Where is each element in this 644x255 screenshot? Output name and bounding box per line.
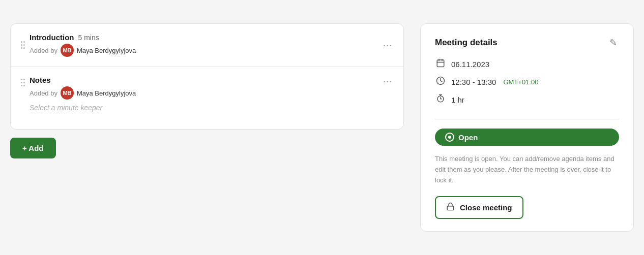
open-badge-icon: [445, 133, 454, 142]
notes-author: Maya Berdygylyjova: [77, 89, 136, 97]
svg-rect-0: [437, 60, 444, 67]
intro-added-by: Added by: [30, 47, 57, 54]
time-range: 12:30 - 13:30: [451, 78, 496, 86]
notes-meta: Added by MB Maya Berdygylyjova: [30, 86, 375, 100]
svg-rect-8: [447, 206, 454, 210]
close-meeting-button[interactable]: Close meeting: [435, 196, 523, 219]
clock-icon: [435, 76, 446, 88]
status-badge: Open: [435, 129, 619, 146]
date-row: 06.11.2023: [435, 58, 619, 70]
details-title: Meeting details: [435, 38, 497, 48]
right-panel: Meeting details ✎ 06.11.2023 1: [420, 23, 634, 231]
intro-avatar: MB: [61, 44, 74, 57]
notes-more-button[interactable]: ···: [380, 76, 395, 87]
add-button-label: + Add: [22, 144, 44, 152]
introduction-title: Introduction: [30, 33, 74, 42]
status-label: Open: [458, 133, 478, 142]
agenda-card: Introduction 5 mins Added by MB Maya Ber…: [10, 23, 404, 130]
divider: [435, 119, 619, 119]
duration-value: 1 hr: [451, 95, 464, 104]
introduction-content: Introduction 5 mins Added by MB Maya Ber…: [30, 33, 375, 57]
introduction-more-button[interactable]: ···: [380, 40, 395, 51]
edit-button[interactable]: ✎: [607, 36, 619, 49]
calendar-icon: [435, 58, 446, 70]
duration-row: 1 hr: [435, 94, 619, 106]
timer-icon: [435, 94, 446, 106]
add-button[interactable]: + Add: [10, 138, 56, 158]
time-row: 12:30 - 13:30 GMT+01:00: [435, 76, 619, 88]
gmt-label: GMT+01:00: [503, 78, 538, 86]
details-header: Meeting details ✎: [435, 36, 619, 49]
notes-content: Notes Added by MB Maya Berdygylyjova Sel…: [30, 76, 375, 120]
main-container: Introduction 5 mins Added by MB Maya Ber…: [10, 23, 634, 231]
agenda-item-introduction: Introduction 5 mins Added by MB Maya Ber…: [11, 24, 403, 67]
left-panel: Introduction 5 mins Added by MB Maya Ber…: [10, 23, 404, 231]
agenda-item-notes: Notes Added by MB Maya Berdygylyjova Sel…: [11, 67, 403, 129]
description-text: This meeting is open. You can add/remove…: [435, 154, 619, 185]
notes-avatar: MB: [61, 86, 74, 100]
drag-handle-introduction[interactable]: [19, 40, 24, 50]
introduction-meta: Added by MB Maya Berdygylyjova: [30, 44, 375, 57]
lock-icon: [446, 202, 455, 213]
drag-handle-notes[interactable]: [19, 78, 24, 87]
introduction-duration: 5 mins: [78, 34, 99, 42]
notes-added-by: Added by: [30, 89, 57, 97]
date-value: 06.11.2023: [451, 60, 489, 69]
intro-author: Maya Berdygylyjova: [77, 47, 136, 54]
notes-placeholder: Select a minute keeper: [30, 104, 375, 120]
close-meeting-label: Close meeting: [460, 203, 512, 212]
notes-title: Notes: [30, 76, 51, 84]
